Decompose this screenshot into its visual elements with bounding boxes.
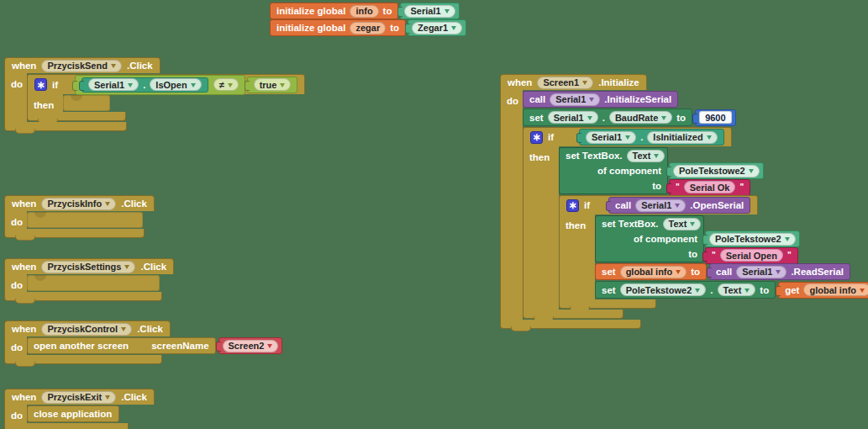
open-screen-label: open another screen	[34, 341, 129, 351]
block-init-global-zegar[interactable]: initialize global zegar to Zegar1	[270, 19, 466, 36]
text-value-field[interactable]: Serial Ok	[684, 181, 736, 193]
dropdown-caret-icon	[587, 116, 592, 120]
empty-socket[interactable]	[27, 275, 160, 291]
block-when-przycisksettings-click[interactable]: when PrzyciskSettings .Click do	[4, 258, 174, 301]
screen-name-block[interactable]: Screen2	[218, 337, 283, 354]
property-getter-block[interactable]: Serial1 . IsInitialized	[579, 129, 724, 146]
operator-dropdown[interactable]: ≠	[213, 78, 239, 91]
variable-name-field[interactable]: zegar	[350, 22, 386, 34]
component-dropdown[interactable]: Serial1	[550, 93, 600, 106]
logic-true-block[interactable]: true	[247, 77, 298, 93]
init-global-block[interactable]: initialize global zegar to	[270, 19, 406, 36]
component-dropdown[interactable]: Serial1	[548, 111, 598, 124]
event-component-dropdown[interactable]: PrzyciskControl	[41, 323, 132, 336]
component-dropdown[interactable]: Serial1	[586, 131, 636, 144]
empty-socket[interactable]	[27, 212, 143, 228]
component-block-serial1[interactable]: Serial1	[400, 3, 459, 19]
event-component-dropdown[interactable]: Screen1	[537, 77, 593, 89]
event-header[interactable]: when PrzyciskSend .Click	[4, 57, 160, 73]
event-component-dropdown[interactable]: PrzyciskSend	[41, 60, 122, 72]
variable-name-field[interactable]: info	[350, 5, 378, 18]
do-label: do	[507, 96, 518, 106]
event-header[interactable]: when PrzyciskInfo .Click	[4, 195, 155, 211]
dropdown-caret-icon	[228, 83, 233, 87]
mutator-gear-icon[interactable]: ∗	[530, 131, 543, 144]
dropdown-caret-icon	[280, 83, 285, 87]
when-label: when	[12, 61, 36, 71]
block-if[interactable]: ∗ if Serial1 . IsOpen ≠ true	[27, 74, 305, 121]
event-header[interactable]: when PrzyciskControl .Click	[4, 320, 171, 336]
property-dropdown[interactable]: Text	[627, 150, 665, 162]
set-poletekstowe2-text-block[interactable]: set PoleTekstowe2 . Text to	[595, 281, 776, 299]
call-readserial-block[interactable]: call Serial1 .ReadSerial	[709, 263, 850, 280]
open-screen-block[interactable]: open another screen screenName	[27, 337, 216, 354]
property-dropdown[interactable]: BaudRate	[609, 111, 672, 124]
text-string-block[interactable]: " Serial Open "	[705, 247, 798, 264]
number-value-field[interactable]: 9600	[699, 111, 731, 124]
component-dropdown[interactable]: PoleTekstowe2	[673, 165, 760, 177]
event-header[interactable]: when PrzyciskExit .Click	[4, 389, 155, 405]
do-label: do	[11, 410, 23, 421]
to-label: to	[691, 267, 700, 277]
set-baudrate-block[interactable]: set Serial1 . BaudRate to	[523, 109, 692, 126]
block-if-isinitialized[interactable]: ∗ if Serial1 . IsInitialized then s	[523, 127, 868, 319]
number-block[interactable]: 9600	[695, 109, 735, 126]
component-block-poletekstowe2[interactable]: PoleTekstowe2	[669, 162, 764, 179]
compare-block[interactable]: Serial1 . IsOpen ≠	[75, 75, 245, 95]
component-block-poletekstowe2[interactable]: PoleTekstowe2	[705, 230, 800, 247]
property-getter-block[interactable]: Serial1 . IsOpen	[82, 77, 208, 93]
open-quote-label: "	[676, 183, 680, 192]
dropdown-caret-icon	[105, 395, 110, 400]
get-global-info-block[interactable]: get global info	[778, 282, 868, 299]
call-openserial-block[interactable]: call Serial1 .OpenSerial	[608, 197, 750, 214]
set-global-info-block[interactable]: set global info to	[595, 263, 707, 280]
mutator-gear-icon[interactable]: ∗	[34, 78, 47, 91]
property-dropdown[interactable]: Text	[663, 218, 702, 230]
screen-dropdown[interactable]: Screen2	[223, 340, 279, 352]
event-component-dropdown[interactable]: PrzyciskSettings	[41, 261, 135, 273]
event-header[interactable]: when PrzyciskSettings .Click	[4, 258, 174, 274]
component-dropdown[interactable]: Serial1	[736, 266, 786, 278]
property-dropdown[interactable]: IsInitialized	[647, 131, 717, 144]
then-label: then	[34, 100, 54, 110]
block-init-global-info[interactable]: initialize global info to Serial1	[270, 3, 460, 19]
component-dropdown[interactable]: PoleTekstowe2	[620, 283, 707, 296]
empty-socket[interactable]	[63, 95, 110, 111]
init-global-block[interactable]: initialize global info to	[270, 3, 398, 19]
mutator-gear-icon[interactable]: ∗	[566, 199, 579, 212]
component-dropdown[interactable]: Serial1	[635, 199, 686, 212]
variable-dropdown[interactable]: global info	[803, 283, 868, 296]
set-textbox-text-block[interactable]: set TextBox. Text of component to PoleTe…	[595, 215, 704, 262]
event-component-dropdown[interactable]: PrzyciskInfo	[41, 198, 116, 210]
property-dropdown[interactable]: Text	[718, 283, 756, 296]
event-header[interactable]: when Screen1 .Initialize	[500, 74, 647, 90]
logic-value-dropdown[interactable]: true	[254, 78, 292, 91]
close-application-label: close application	[34, 409, 112, 419]
variable-dropdown[interactable]: global info	[620, 266, 687, 278]
to-label: to	[688, 249, 697, 259]
block-if-openserial[interactable]: ∗ if call Serial1 .OpenSerial then	[559, 195, 868, 309]
component-dropdown[interactable]: Zegar1	[412, 22, 462, 34]
text-value-field[interactable]: Serial Open	[720, 249, 783, 262]
block-when-przyciskcontrol-click[interactable]: when PrzyciskControl .Click do open anot…	[4, 320, 282, 364]
component-block-zegar1[interactable]: Zegar1	[408, 19, 466, 36]
init-global-label: initialize global	[276, 6, 345, 16]
component-dropdown[interactable]: Serial1	[404, 5, 455, 18]
block-when-przyciskinfo-click[interactable]: when PrzyciskInfo .Click do	[4, 195, 155, 238]
dropdown-caret-icon	[675, 204, 680, 208]
text-string-block[interactable]: " Serial Ok "	[669, 179, 750, 196]
set-textbox-text-block[interactable]: set TextBox. Text of component to PoleTe…	[559, 147, 668, 194]
property-dropdown[interactable]: IsOpen	[150, 78, 201, 91]
component-dropdown[interactable]: PoleTekstowe2	[709, 233, 796, 246]
dropdown-caret-icon	[707, 135, 712, 140]
event-component-dropdown[interactable]: PrzyciskExit	[41, 391, 116, 404]
block-when-przyciskexit-click[interactable]: when PrzyciskExit .Click do close applic…	[4, 389, 155, 429]
blocks-workspace[interactable]: { "colors": { "bg": "#4a734f", "gold": "…	[0, 0, 868, 429]
call-initializeserial-block[interactable]: call Serial1 .InitializeSerial	[523, 91, 678, 108]
dropdown-caret-icon	[582, 81, 587, 85]
block-when-screen1-initialize[interactable]: when Screen1 .Initialize do call Serial1…	[500, 74, 868, 329]
component-dropdown[interactable]: Serial1	[88, 78, 139, 91]
do-label: do	[11, 280, 23, 290]
block-when-przycisksend-click[interactable]: when PrzyciskSend .Click do ∗ if Serial1…	[4, 57, 305, 131]
close-application-block[interactable]: close application	[27, 405, 119, 422]
